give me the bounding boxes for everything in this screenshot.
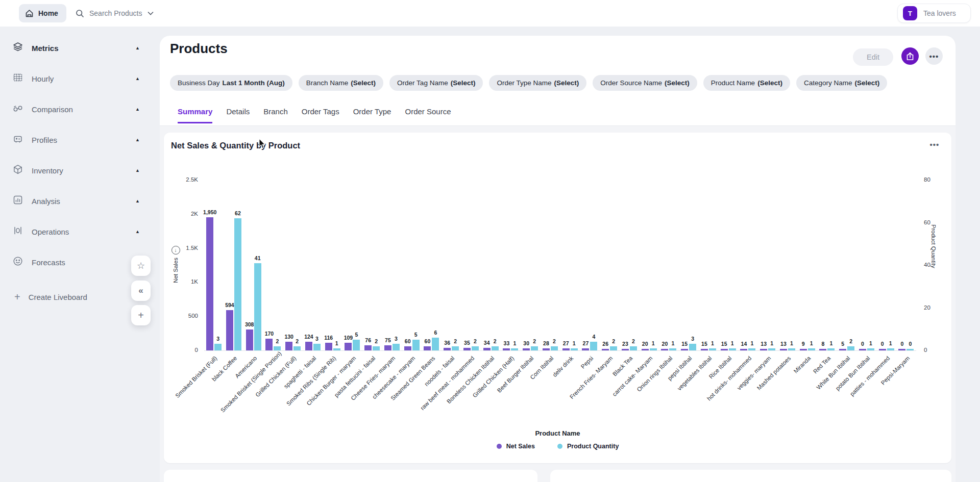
x-category-label: White Bun Ibtihal [793, 355, 851, 414]
sidebar-item-hourly[interactable]: Hourly▲ [12, 66, 140, 91]
collapse-sidebar-button[interactable]: « [131, 281, 151, 301]
add-button[interactable]: + [131, 305, 151, 325]
sidebar-item-metrics[interactable]: Metrics▲ [12, 36, 140, 60]
filter-chip-order-type-name[interactable]: Order Type Name(Select) [489, 75, 586, 91]
x-category-label: hot drinks- mohammed [694, 355, 753, 414]
bar-label-net-sales: 14 [732, 341, 755, 347]
filter-chip-branch-name[interactable]: Branch Name(Select) [299, 75, 383, 91]
sidebar-item-comparison[interactable]: Comparison▲ [12, 97, 140, 121]
tab-order-type[interactable]: Order Type [353, 107, 391, 123]
edit-button[interactable]: Edit [853, 48, 893, 66]
y-right-tick: 40 [924, 262, 930, 268]
user-menu[interactable]: T Tea lovers [897, 4, 971, 23]
sidebar-item-label: Analysis [32, 197, 127, 206]
scale-icon [12, 103, 23, 116]
y-left-tick: 2.5K [175, 176, 198, 183]
bar-label-product-quantity: 3 [306, 336, 328, 342]
legend-item-product-quantity[interactable]: Product Quantity [557, 443, 619, 450]
collapse-triangle-icon[interactable]: ▲ [135, 76, 140, 81]
filter-chip-product-name[interactable]: Product Name(Select) [703, 75, 790, 91]
partial-card-right[interactable] [550, 470, 951, 482]
top-bar: Home Search Products T Tea lovers [0, 0, 980, 27]
sidebar-item-inventory[interactable]: Inventory▲ [12, 158, 140, 183]
search-control[interactable]: Search Products [71, 4, 158, 22]
bar-label-net-sales: 8 [812, 341, 834, 347]
bar-net-sales [483, 348, 491, 350]
collapse-triangle-icon[interactable]: ▲ [135, 229, 140, 234]
bar-product-quantity [373, 346, 380, 350]
create-liveboard-button[interactable]: +Create Liveboard [14, 286, 137, 308]
collapse-triangle-icon[interactable]: ▲ [135, 45, 140, 50]
y-right-tick: 20 [924, 305, 930, 311]
share-button[interactable] [901, 47, 919, 65]
sidebar-item-operations[interactable]: Operations▲ [12, 219, 140, 244]
bar-product-quantity [551, 346, 558, 350]
collapse-triangle-icon[interactable]: ▲ [135, 137, 140, 142]
bar-net-sales [285, 342, 292, 350]
bar-label-product-quantity: 4 [582, 334, 605, 340]
sidebar-item-label: Metrics [32, 44, 127, 53]
filter-chip-category-name[interactable]: Category Name(Select) [796, 75, 887, 91]
bar-label-product-quantity: 1 [503, 340, 526, 346]
favorite-button[interactable]: ☆ [131, 256, 151, 276]
x-category-label: Americano [200, 355, 258, 414]
filter-value: Last 1 Month (Aug) [223, 79, 285, 87]
x-category-label: French Fries- Maryam [555, 355, 614, 414]
bar-label-net-sales: 130 [278, 334, 300, 340]
filter-chip-order-source-name[interactable]: Order Source Name(Select) [593, 75, 697, 91]
sort-descending-icon[interactable]: ↓ [172, 246, 180, 255]
bar-net-sales [582, 348, 589, 350]
bar-label-net-sales: 0 [891, 341, 913, 347]
bar-net-sales [819, 349, 826, 350]
tab-details[interactable]: Details [226, 107, 250, 123]
collapse-triangle-icon[interactable]: ▲ [135, 168, 140, 173]
bar-net-sales [404, 346, 411, 350]
bar-product-quantity [472, 346, 479, 350]
sidebar-item-profiles[interactable]: Profiles▲ [12, 128, 140, 152]
filter-chip-order-tag-name[interactable]: Order Tag Name(Select) [389, 75, 483, 91]
x-axis-title: Product Name [164, 429, 951, 437]
right-axis-title: Product Quantity [930, 224, 937, 268]
x-category-label: carrot cake- Maryam [595, 355, 654, 414]
bar-product-quantity [709, 348, 716, 350]
collapse-triangle-icon[interactable]: ▲ [135, 198, 140, 204]
bar-product-quantity [492, 346, 499, 350]
filter-chip-business-day[interactable]: Business DayLast 1 Month (Aug) [170, 75, 292, 91]
chart-legend: Net SalesProduct Quantity [164, 443, 951, 450]
tab-order-tags[interactable]: Order Tags [302, 107, 339, 123]
tab-order-source[interactable]: Order Source [405, 107, 451, 123]
bar-product-quantity [650, 348, 657, 350]
left-axis-title: ↓ Net Sales [168, 246, 183, 283]
search-placeholder: Search Products [89, 9, 142, 17]
x-category-label: Beef Burger Ibtihal [476, 355, 535, 414]
tab-summary[interactable]: Summary [178, 107, 212, 123]
tab-branch[interactable]: Branch [263, 107, 288, 123]
bar-label-product-quantity: 1 [800, 340, 823, 346]
x-category-label: Miranda [753, 355, 812, 414]
bar-product-quantity [590, 342, 597, 350]
partial-card-left[interactable] [164, 470, 537, 482]
sidebar-item-label: Hourly [32, 74, 127, 83]
sidebar-item-label: Operations [32, 227, 127, 236]
bar-net-sales [701, 349, 708, 350]
create-liveboard-label: Create Liveboard [29, 293, 87, 301]
bar-net-sales [760, 349, 767, 350]
bar-product-quantity [689, 344, 696, 350]
bar-product-quantity [887, 348, 894, 350]
filter-name: Business Day [178, 79, 220, 87]
liveboard-content: Net Sales & Quantity by Product ••• 0500… [160, 126, 955, 482]
liveboard-more-button[interactable]: ••• [925, 47, 943, 65]
bar-label-net-sales: 0 [871, 341, 894, 347]
collapse-triangle-icon[interactable]: ▲ [135, 107, 140, 112]
sidebar-item-forecasts[interactable]: Forecasts▲ [12, 250, 140, 274]
x-category-label: cheesecake - maryam [358, 355, 416, 414]
x-category-label: pasta fettucini - faisal [318, 355, 377, 414]
filter-value: (Select) [451, 79, 476, 87]
x-category-label: Pepsi-Maryam [852, 355, 911, 414]
home-button[interactable]: Home [19, 4, 66, 22]
legend-item-net-sales[interactable]: Net Sales [497, 443, 535, 450]
chart-plot: 05001K1.5K2K2.5K0204060801,9503Smoked Br… [164, 133, 951, 463]
bar-label-net-sales: 15 [713, 341, 736, 347]
liveboard-panel: Products Edit ••• Business DayLast 1 Mon… [160, 36, 955, 482]
sidebar-item-analysis[interactable]: Analysis▲ [12, 189, 140, 213]
